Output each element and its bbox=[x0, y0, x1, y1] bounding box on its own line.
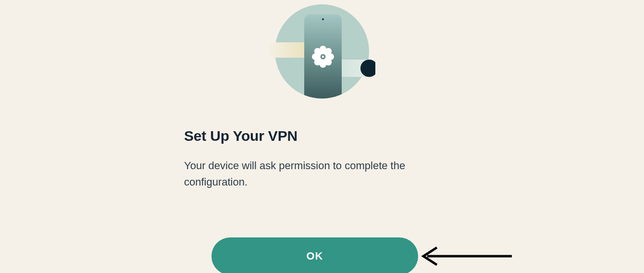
svg-point-16 bbox=[322, 56, 324, 58]
pointer-arrow-icon bbox=[418, 245, 514, 267]
vpn-setup-screen: Set Up Your VPN Your device will ask per… bbox=[0, 0, 644, 273]
svg-point-5 bbox=[322, 18, 324, 20]
gear-icon bbox=[312, 46, 334, 68]
content-block: Set Up Your VPN Your device will ask per… bbox=[184, 128, 460, 190]
ok-button[interactable]: OK bbox=[211, 237, 418, 273]
vpn-setup-illustration bbox=[269, 0, 375, 105]
page-description: Your device will ask permission to compl… bbox=[184, 158, 434, 190]
page-title: Set Up Your VPN bbox=[184, 128, 460, 144]
